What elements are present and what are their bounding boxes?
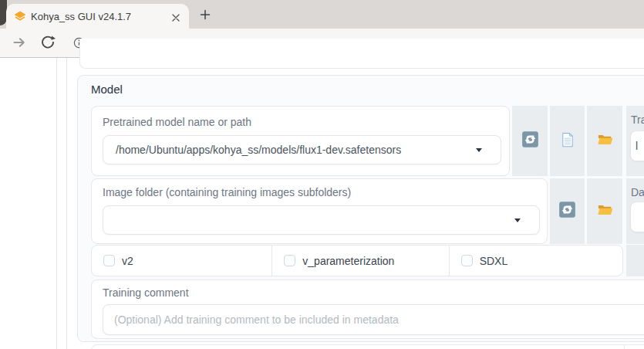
dataset-config-label: Da — [631, 185, 644, 199]
refresh-model-list-button[interactable] — [512, 106, 548, 176]
training-comment-input[interactable]: (Optional) Add training comment to be in… — [103, 304, 644, 335]
vertical-divider — [56, 58, 57, 349]
plus-icon — [200, 9, 211, 23]
v-parameterization-label: v_parameterization — [302, 255, 394, 267]
upper-panel-edge — [79, 39, 644, 69]
document-button[interactable] — [550, 106, 585, 176]
v2-label: v2 — [122, 255, 133, 267]
v-parameterization-cell: v_parameterization — [271, 246, 448, 276]
model-type-checkbox-row: v2 v_parameterization SDXL — [91, 245, 623, 276]
chevron-down-icon — [476, 148, 482, 152]
next-section-edge — [91, 344, 644, 349]
trained-output-label: Tra — [631, 113, 644, 127]
v-parameterization-checkbox[interactable] — [284, 255, 295, 266]
v2-checkbox[interactable] — [103, 255, 115, 266]
chevron-down-icon — [514, 219, 521, 222]
sdxl-checkbox[interactable] — [461, 255, 473, 266]
image-folder-dropdown[interactable] — [103, 205, 540, 235]
pretrained-model-dropdown[interactable]: /home/Ubuntu/apps/kohya_ss/models/flux1-… — [103, 135, 501, 164]
screen: Kohya_ss GUI v24.1.7 — [0, 0, 644, 349]
sdxl-cell: SDXL — [449, 246, 622, 276]
right-column-filler — [626, 245, 644, 276]
forward-arrow-icon[interactable] — [12, 35, 27, 53]
open-folder-model-button[interactable] — [587, 106, 622, 176]
model-section-title: Model — [91, 83, 123, 96]
sdxl-label: SDXL — [480, 255, 508, 267]
open-folder-icon — [596, 130, 614, 151]
gradio-logo-icon — [14, 10, 26, 22]
document-icon — [559, 131, 576, 151]
training-comment-placeholder: (Optional) Add training comment to be in… — [103, 313, 399, 326]
open-folder-icon — [596, 201, 614, 222]
training-comment-label: Training comment — [103, 286, 189, 300]
pretrained-model-label: Pretrained model name or path — [103, 115, 251, 129]
vertical-divider — [66, 58, 67, 349]
next-section-divider — [624, 345, 625, 349]
image-folder-label: Image folder (containing training images… — [103, 185, 351, 199]
open-folder-image-button[interactable] — [587, 178, 622, 244]
refresh-arrows-icon — [521, 130, 539, 151]
dataset-config-field[interactable] — [630, 202, 644, 232]
reload-icon[interactable] — [40, 34, 56, 53]
refresh-image-folder-button[interactable] — [550, 178, 585, 244]
tab-title: Kohya_ss GUI v24.1.7 — [31, 11, 131, 22]
trained-output-field[interactable]: l — [630, 130, 644, 161]
refresh-arrows-icon — [558, 201, 576, 222]
new-tab-button[interactable] — [195, 6, 215, 26]
pretrained-model-value: /home/Ubuntu/apps/kohya_ss/models/flux1-… — [103, 144, 401, 156]
v2-cell: v2 — [92, 246, 271, 276]
trained-output-value: l — [631, 140, 638, 152]
close-icon[interactable] — [171, 12, 180, 21]
browser-tab[interactable]: Kohya_ss GUI v24.1.7 — [6, 4, 189, 29]
